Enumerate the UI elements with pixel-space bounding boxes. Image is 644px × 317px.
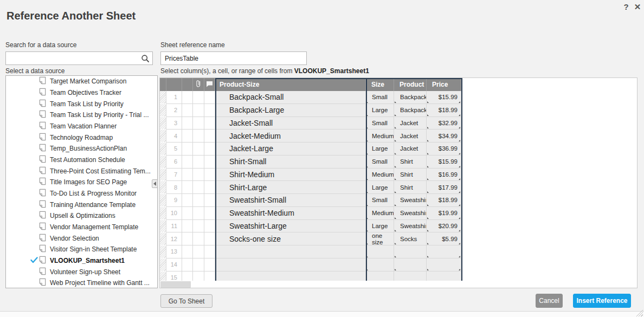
cancel-button[interactable]: Cancel bbox=[536, 294, 563, 308]
cell-r1-product-size[interactable]: Backpack-Small bbox=[215, 91, 366, 104]
row-comment-cell[interactable] bbox=[204, 104, 215, 117]
insert-reference-button[interactable]: Insert Reference bbox=[573, 294, 631, 308]
cell-r2-price[interactable]: $18.99 bbox=[427, 104, 461, 117]
cell-r10-product-size[interactable]: Sweatshirt-Medium bbox=[215, 207, 366, 220]
cell-r10-price[interactable]: $19.99 bbox=[427, 207, 461, 220]
cell-r13-product-size[interactable] bbox=[215, 245, 366, 258]
cell-r5-product[interactable]: Jacket bbox=[394, 143, 427, 156]
row-number[interactable]: 12 bbox=[166, 232, 182, 245]
cell-r11-price[interactable]: $20.99 bbox=[427, 220, 461, 233]
list-item-test-automation-schedule[interactable]: Test Automation Schedule bbox=[6, 154, 157, 166]
row-number[interactable]: 6 bbox=[166, 156, 182, 169]
row-drag-handle[interactable] bbox=[160, 258, 166, 271]
cell-r3-price[interactable]: $32.99 bbox=[427, 117, 461, 130]
list-item-web-project-timeline-with-gantt[interactable]: Web Project Timeline with Gantt ... bbox=[6, 277, 157, 288]
row-attachment-cell[interactable] bbox=[193, 245, 204, 258]
cell-r15-price[interactable] bbox=[427, 271, 461, 281]
reference-name-input[interactable] bbox=[160, 51, 307, 65]
go-to-sheet-button[interactable]: Go To Sheet bbox=[160, 294, 212, 308]
row-number[interactable]: 14 bbox=[166, 258, 182, 271]
row-drag-handle[interactable] bbox=[160, 156, 166, 169]
list-item-target-market-comparison[interactable]: Target Market Comparison bbox=[6, 76, 157, 87]
row-number[interactable]: 4 bbox=[166, 130, 182, 143]
row-number[interactable]: 3 bbox=[166, 117, 182, 130]
list-item-temp-businessactionplan[interactable]: Temp_BusinessActionPlan bbox=[6, 143, 157, 154]
list-item-vlookup-smartsheet1[interactable]: VLOOKUP_Smartsheet1 bbox=[6, 255, 157, 267]
row-number[interactable]: 2 bbox=[166, 104, 182, 117]
row-comment-cell[interactable] bbox=[204, 232, 215, 245]
cell-r8-product-size[interactable]: Shirt-Large bbox=[215, 181, 366, 194]
cell-r5-size[interactable]: Large bbox=[366, 143, 394, 156]
cell-r12-product-size[interactable]: Socks-one size bbox=[215, 232, 366, 245]
list-item-team-task-list-by-priority[interactable]: Team Task List by Priority bbox=[6, 98, 157, 109]
cell-r6-size[interactable]: Small bbox=[366, 156, 394, 169]
list-item-team-vacation-planner[interactable]: Team Vacation Planner bbox=[6, 121, 157, 132]
cell-r12-size[interactable]: one size bbox=[366, 232, 394, 245]
row-attachment-cell[interactable] bbox=[193, 169, 204, 182]
cell-r6-price[interactable]: $15.99 bbox=[427, 156, 461, 169]
cell-r14-size[interactable] bbox=[366, 258, 394, 271]
column-header-price[interactable]: Price bbox=[427, 78, 461, 91]
list-item-visitor-sign-in-sheet-template[interactable]: Visitor Sign-in Sheet Template bbox=[6, 244, 157, 255]
cell-r15-product[interactable] bbox=[394, 271, 427, 281]
cell-r10-product[interactable]: Sweatshirt bbox=[394, 207, 427, 220]
cell-r13-price[interactable] bbox=[427, 245, 461, 258]
row-drag-handle[interactable] bbox=[160, 232, 166, 245]
row-drag-handle[interactable] bbox=[160, 104, 166, 117]
horizontal-scrollbar-thumb[interactable] bbox=[160, 281, 191, 288]
column-header-product[interactable]: Product bbox=[394, 78, 427, 91]
row-drag-handle[interactable] bbox=[160, 143, 166, 156]
row-drag-handle[interactable] bbox=[160, 169, 166, 182]
cell-r3-product-size[interactable]: Jacket-Small bbox=[215, 117, 366, 130]
cell-r4-product-size[interactable]: Jacket-Medium bbox=[215, 130, 366, 143]
cell-r6-product[interactable]: Shirt bbox=[394, 156, 427, 169]
row-drag-handle[interactable] bbox=[160, 181, 166, 194]
cell-r1-price[interactable]: $15.99 bbox=[427, 91, 461, 104]
cell-r7-product-size[interactable]: Shirt-Medium bbox=[215, 169, 366, 182]
row-comment-cell[interactable] bbox=[204, 194, 215, 207]
row-comment-cell[interactable] bbox=[204, 91, 215, 104]
cell-r5-product-size[interactable]: Jacket-Large bbox=[215, 143, 366, 156]
row-attachment-cell[interactable] bbox=[193, 220, 204, 233]
column-header-product-size[interactable]: Product-Size bbox=[215, 78, 366, 91]
column-header-comments[interactable] bbox=[204, 78, 215, 91]
row-comment-cell[interactable] bbox=[204, 258, 215, 271]
row-comment-cell[interactable] bbox=[204, 181, 215, 194]
row-attachment-cell[interactable] bbox=[193, 104, 204, 117]
cell-r14-product-size[interactable] bbox=[215, 258, 366, 271]
column-header-size[interactable]: Size bbox=[366, 78, 394, 91]
row-drag-handle[interactable] bbox=[160, 117, 166, 130]
cell-r11-size[interactable]: Large bbox=[366, 220, 394, 233]
cell-r10-size[interactable]: Medium bbox=[366, 207, 394, 220]
cell-r8-product[interactable]: Shirt bbox=[394, 181, 427, 194]
row-comment-cell[interactable] bbox=[204, 143, 215, 156]
row-attachment-cell[interactable] bbox=[193, 207, 204, 220]
row-number[interactable]: 9 bbox=[166, 194, 182, 207]
cell-r2-product[interactable]: Backpack bbox=[394, 104, 427, 117]
list-item-training-attendance-template[interactable]: Training Attendance Template bbox=[6, 199, 157, 210]
row-attachment-cell[interactable] bbox=[193, 130, 204, 143]
help-icon[interactable]: ? bbox=[622, 2, 630, 11]
row-number[interactable]: 5 bbox=[166, 143, 182, 156]
cell-r1-product[interactable]: Backpack bbox=[394, 91, 427, 104]
row-number[interactable]: 13 bbox=[166, 245, 182, 258]
cell-r2-product-size[interactable]: Backpack-Large bbox=[215, 104, 366, 117]
cell-r7-size[interactable]: Medium bbox=[366, 169, 394, 182]
row-number[interactable]: 10 bbox=[166, 207, 182, 220]
cell-r14-price[interactable] bbox=[427, 258, 461, 271]
list-item-three-point-cost-estimating-tem[interactable]: Three-Point Cost Estimating Tem... bbox=[6, 165, 157, 177]
row-drag-handle[interactable] bbox=[160, 91, 166, 104]
row-drag-handle[interactable] bbox=[160, 130, 166, 143]
row-drag-handle[interactable] bbox=[160, 245, 166, 258]
list-item-team-task-list-by-priority-trial[interactable]: Team Task List by Priority - Trial ... bbox=[6, 109, 157, 121]
list-item-volunteer-sign-up-sheet[interactable]: Volunteer Sign-up Sheet bbox=[6, 266, 157, 277]
row-attachment-cell[interactable] bbox=[193, 181, 204, 194]
cell-r14-product[interactable] bbox=[394, 258, 427, 271]
cell-r11-product[interactable]: Sweatshirt bbox=[394, 220, 427, 233]
row-number[interactable]: 8 bbox=[166, 181, 182, 194]
cell-r13-product[interactable] bbox=[394, 245, 427, 258]
cell-r4-product[interactable]: Jacket bbox=[394, 130, 427, 143]
row-drag-handle[interactable] bbox=[160, 207, 166, 220]
cell-r15-size[interactable] bbox=[366, 271, 394, 281]
search-icon[interactable] bbox=[141, 54, 150, 65]
